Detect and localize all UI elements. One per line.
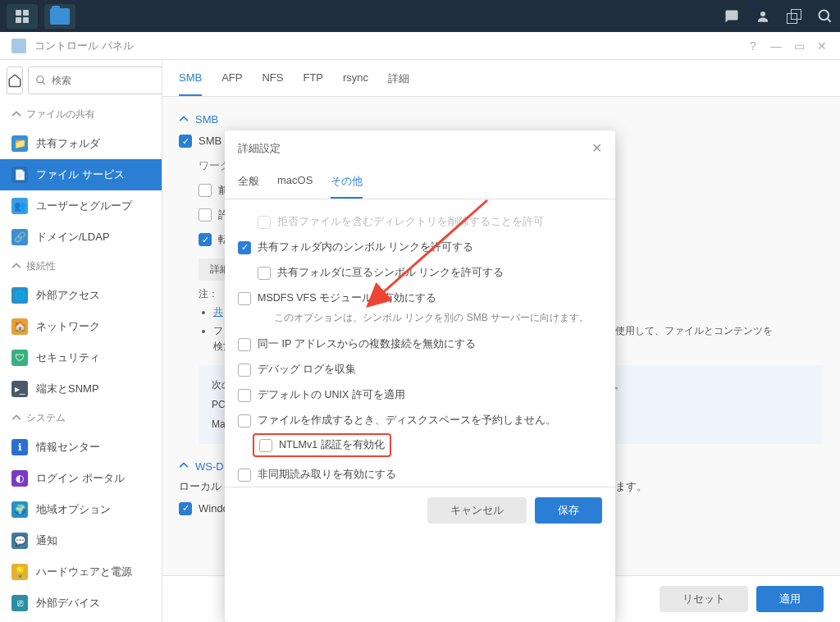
bell-icon: 💬: [11, 533, 28, 549]
checkbox-symlink-cross[interactable]: [258, 267, 271, 280]
sidebar-item-external-access[interactable]: 🌐外部アクセス: [0, 280, 162, 311]
domain-icon: 🔗: [11, 229, 28, 245]
device-icon: ⎚: [11, 595, 28, 611]
checkbox-debug-log[interactable]: [238, 364, 251, 377]
checkbox-allow[interactable]: [199, 208, 212, 222]
checkbox-same-ip[interactable]: [238, 338, 251, 351]
bulb-icon: 💡: [11, 564, 28, 580]
section-connectivity[interactable]: 接続性: [0, 253, 162, 280]
note-link1[interactable]: 共: [213, 306, 223, 318]
tab-afp[interactable]: AFP: [221, 71, 242, 96]
dialog-cancel-button[interactable]: キャンセル: [427, 497, 527, 524]
modal-tab-other[interactable]: その他: [331, 166, 363, 199]
sidebar-item-domain-ldap[interactable]: 🔗ドメイン/LDAP: [0, 222, 162, 253]
sidebar-item-users-groups[interactable]: 👥ユーザーとグループ: [0, 190, 162, 222]
globe-icon: 🌐: [11, 287, 28, 304]
section-file-sharing[interactable]: ファイルの共有: [0, 101, 162, 128]
users-icon: 👥: [11, 198, 28, 214]
sidebar-item-info-center[interactable]: ℹ情報センター: [0, 432, 162, 463]
ntlmv1-highlight: NTLMv1 認証を有効化: [253, 433, 391, 457]
checkbox-ntlmv1[interactable]: [259, 439, 272, 452]
reset-button[interactable]: リセット: [660, 586, 748, 612]
folder-icon: [50, 8, 70, 25]
chat-icon[interactable]: [724, 8, 740, 25]
checkbox-msdfs[interactable]: [238, 292, 251, 305]
checkbox-deny-delete: [258, 216, 271, 229]
home-button[interactable]: [7, 66, 23, 94]
terminal-icon: ▸_: [11, 381, 28, 397]
user-icon[interactable]: [755, 8, 771, 25]
checkbox-transfer[interactable]: ✓: [199, 233, 212, 246]
sidebar-item-security[interactable]: 🛡セキュリティ: [0, 342, 162, 373]
checkbox-async-read[interactable]: [238, 469, 251, 482]
search-field[interactable]: [52, 75, 162, 86]
file-icon: 📄: [11, 167, 28, 183]
checkbox-symlink-allow[interactable]: ✓: [238, 241, 251, 254]
tab-ftp[interactable]: FTP: [303, 71, 323, 96]
minimize-button[interactable]: —: [769, 39, 783, 53]
sidebar-item-external-devices[interactable]: ⎚外部デバイス: [0, 588, 162, 619]
search-icon[interactable]: [817, 8, 833, 25]
sidebar-item-shared-folder[interactable]: 📁共有フォルダ: [0, 128, 162, 159]
sidebar-item-terminal-snmp[interactable]: ▸_端末とSNMP: [0, 373, 162, 405]
checkbox-no-reserve[interactable]: [238, 414, 251, 428]
sidebar: ファイルの共有 📁共有フォルダ 📄ファイル サービス 👥ユーザーとグループ 🔗ド…: [0, 60, 162, 622]
folder-icon: 📁: [11, 135, 28, 152]
tab-rsync[interactable]: rsync: [343, 71, 368, 96]
enable-smb-checkbox[interactable]: ✓: [179, 135, 192, 148]
smb-section-header[interactable]: SMB: [179, 110, 824, 129]
sidebar-item-login-portal[interactable]: ◐ログイン ポータル: [0, 463, 162, 494]
widgets-icon[interactable]: [786, 8, 802, 25]
shield-icon: 🛡: [11, 350, 28, 366]
tab-smb[interactable]: SMB: [179, 71, 202, 96]
section-system[interactable]: システム: [0, 405, 162, 432]
sidebar-item-file-services[interactable]: 📄ファイル サービス: [0, 159, 162, 190]
checkbox-unix-perm[interactable]: [238, 389, 251, 402]
main-menu-button[interactable]: [7, 4, 38, 29]
maximize-button[interactable]: ▭: [792, 39, 806, 53]
window-title-bar: コントロール パネル ? — ▭ ✕: [0, 32, 840, 60]
sidebar-item-network[interactable]: 🏠ネットワーク: [0, 311, 162, 342]
taskbar: [0, 0, 840, 32]
close-button[interactable]: ✕: [815, 39, 829, 53]
tab-nfs[interactable]: NFS: [262, 71, 283, 96]
svg-line-4: [43, 82, 45, 85]
svg-line-2: [828, 18, 831, 21]
window-title: コントロール パネル: [34, 39, 134, 53]
svg-point-0: [760, 11, 765, 16]
svg-point-1: [819, 10, 829, 20]
control-panel-icon: [11, 39, 26, 53]
modal-tab-macos[interactable]: macOS: [277, 166, 313, 199]
info-icon: ℹ: [11, 439, 28, 455]
portal-icon: ◐: [11, 470, 28, 487]
advanced-settings-dialog: 詳細設定 ✕ 全般 macOS その他 拒否ファイルを含むディレクトリを削除する…: [225, 130, 615, 622]
sidebar-item-hardware-power[interactable]: 💡ハードウェアと電源: [0, 556, 162, 588]
search-input[interactable]: [28, 66, 162, 94]
dialog-close-button[interactable]: ✕: [591, 140, 602, 156]
task-app-button[interactable]: [44, 4, 75, 29]
grid-icon: [16, 10, 29, 23]
tab-advanced[interactable]: 詳細: [388, 71, 409, 96]
network-icon: 🏠: [11, 318, 28, 335]
sidebar-item-notification[interactable]: 💬通知: [0, 525, 162, 556]
help-button[interactable]: ?: [746, 39, 760, 53]
dialog-title: 詳細設定: [238, 141, 281, 156]
apply-button[interactable]: 適用: [756, 586, 824, 612]
dialog-save-button[interactable]: 保存: [535, 497, 602, 524]
svg-point-3: [37, 76, 43, 83]
modal-tab-general[interactable]: 全般: [238, 166, 259, 199]
checkbox-prev[interactable]: [199, 184, 212, 197]
sidebar-item-update-restore[interactable]: ↻更新と復元: [0, 619, 162, 622]
windows-checkbox[interactable]: ✓: [179, 502, 192, 515]
tabs: SMB AFP NFS FTP rsync 詳細: [162, 60, 840, 97]
sidebar-item-regional[interactable]: 🌍地域オプション: [0, 494, 162, 525]
globe-icon: 🌍: [11, 501, 28, 518]
